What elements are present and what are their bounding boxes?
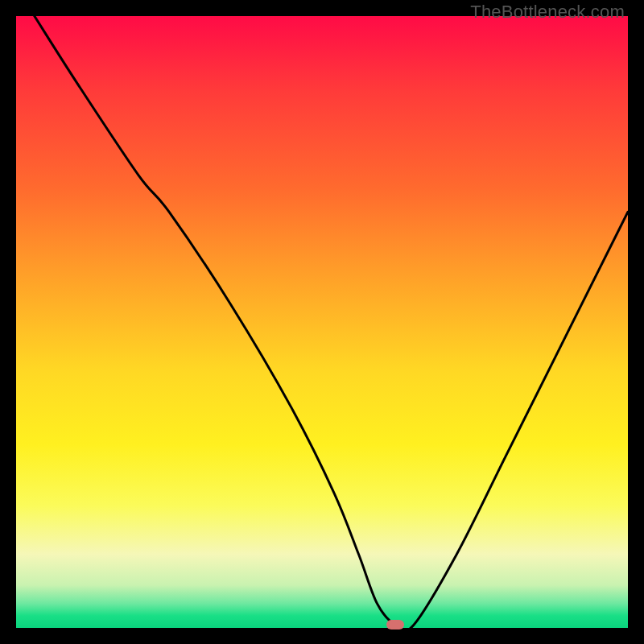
chart-plot-area xyxy=(16,16,628,628)
watermark-text: TheBottleneck.com xyxy=(470,2,625,23)
chart-frame: TheBottleneck.com xyxy=(0,0,644,644)
bottleneck-curve xyxy=(16,16,628,628)
optimal-marker xyxy=(386,620,404,630)
curve-path xyxy=(35,16,628,628)
